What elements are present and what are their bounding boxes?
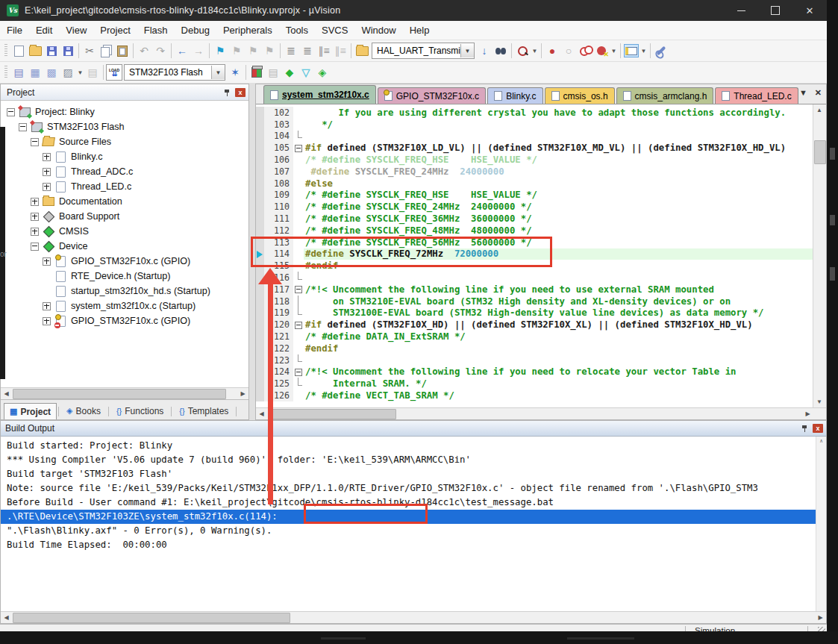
- find-next-icon[interactable]: ↓: [476, 43, 493, 59]
- navigate-forward-icon[interactable]: →: [190, 43, 207, 59]
- tree-item[interactable]: Blinky.c: [1, 149, 248, 164]
- code-line-113[interactable]: 113/* #define SYSCLK_FREQ_56MHz 56000000…: [256, 237, 813, 248]
- find-in-files-icon[interactable]: [354, 43, 370, 59]
- expander-minus-icon[interactable]: [7, 108, 15, 116]
- stop-build-icon[interactable]: ▤: [84, 64, 101, 81]
- expander-plus-icon[interactable]: [31, 213, 39, 221]
- open-folder-icon[interactable]: [27, 43, 43, 59]
- tree-item[interactable]: GPIO_STM32F10x.c (GPIO): [1, 254, 248, 269]
- close-panel-icon[interactable]: x: [235, 88, 246, 97]
- menu-help[interactable]: Help: [403, 22, 437, 38]
- indent-icon[interactable]: ≣: [283, 43, 299, 59]
- code-line-118[interactable]: 118 on STM3210E-EVAL board (STM32 High d…: [256, 296, 813, 307]
- tree-item[interactable]: Project: Blinky: [1, 104, 248, 119]
- editor-tab-cmsis_os.h[interactable]: cmsis_os.h: [545, 87, 615, 104]
- code-line-108[interactable]: 108#else: [256, 178, 813, 190]
- build-output-line[interactable]: Build Time Elapsed: 00:00:00: [1, 538, 826, 552]
- scroll-up-icon[interactable]: ▲: [813, 104, 825, 116]
- code-line-120[interactable]: 120#if defined (STM32F10X_HD) || (define…: [256, 319, 813, 331]
- menu-window[interactable]: Window: [354, 22, 402, 38]
- build-output-line-selected[interactable]: .\RTE\Device\STM32F103ZE\system_stm32f10…: [1, 510, 826, 524]
- configure-wrench-icon[interactable]: [653, 43, 669, 59]
- navigate-back-icon[interactable]: ←: [174, 43, 190, 59]
- tree-item[interactable]: STM32F103 Flash: [1, 119, 248, 134]
- new-file-icon[interactable]: [10, 43, 27, 59]
- close-panel-icon[interactable]: x: [813, 424, 823, 433]
- breakpoint-toggle-icon[interactable]: ●: [544, 43, 560, 59]
- bookmark-clear-icon[interactable]: ⚑: [261, 43, 278, 59]
- code-line-116[interactable]: 116: [256, 272, 813, 284]
- menu-peripherals[interactable]: Peripherals: [216, 22, 279, 38]
- pin-icon[interactable]: [801, 425, 807, 432]
- scroll-right-icon[interactable]: ▶: [815, 612, 826, 623]
- code-line-125[interactable]: 125 Internal SRAM. */: [256, 378, 813, 390]
- maximize-button[interactable]: [758, 0, 792, 21]
- outdent-icon[interactable]: ≣: [299, 43, 316, 59]
- menu-tools[interactable]: Tools: [279, 22, 315, 38]
- build-output-line[interactable]: Note: source file 'E:/keil_539/Packs/Kei…: [1, 481, 826, 495]
- batch-build-icon[interactable]: ▨: [60, 64, 76, 81]
- code-editor[interactable]: 102 If you are using different crystal y…: [256, 104, 813, 407]
- manage-components-cube-icon[interactable]: [248, 64, 265, 81]
- menu-view[interactable]: View: [59, 22, 93, 38]
- tree-item[interactable]: CMSIS: [1, 224, 248, 239]
- tree-item[interactable]: RTE_Device.h (Startup): [1, 269, 248, 284]
- menu-flash[interactable]: Flash: [137, 22, 175, 38]
- window-layout-icon[interactable]: [623, 43, 640, 59]
- rebuild-all-icon[interactable]: ▩: [43, 64, 60, 81]
- translate-file-icon[interactable]: ▤: [10, 64, 27, 81]
- code-line-104[interactable]: 104: [256, 131, 813, 143]
- project-horizontal-scrollbar[interactable]: ◀ ▶: [1, 387, 248, 399]
- code-line-110[interactable]: 110/* #define SYSCLK_FREQ_24MHz 24000000…: [256, 201, 813, 213]
- undo-icon[interactable]: ↶: [136, 43, 152, 59]
- expander-minus-icon[interactable]: [19, 123, 27, 131]
- menu-file[interactable]: File: [0, 22, 29, 38]
- editor-tab-Thread_LED.c[interactable]: Thread_LED.c: [715, 87, 798, 104]
- expander-plus-icon[interactable]: [31, 198, 39, 206]
- tree-item[interactable]: GPIO_STM32F10x.c (GPIO): [1, 313, 248, 328]
- tree-item[interactable]: Thread_LED.c: [1, 179, 248, 194]
- redo-icon[interactable]: ↷: [152, 43, 169, 59]
- editor-horizontal-scrollbar[interactable]: ◀ ▶: [256, 407, 826, 419]
- panel-tab-functions[interactable]: {}Functions: [110, 402, 169, 419]
- scroll-left-icon[interactable]: ◀: [1, 388, 12, 399]
- tree-item[interactable]: Board Support: [1, 209, 248, 224]
- pin-icon[interactable]: [224, 89, 230, 96]
- target-select-combobox[interactable]: STM32F103 Flash ▼: [124, 64, 225, 81]
- search-at-icon[interactable]: [514, 43, 531, 59]
- target-options-wand-icon[interactable]: ✶: [227, 64, 243, 81]
- chevron-down-icon[interactable]: ▼: [211, 66, 225, 79]
- scroll-down-icon[interactable]: ▼: [813, 396, 825, 407]
- chevron-down-icon[interactable]: ▼: [640, 43, 648, 59]
- menu-svcs[interactable]: SVCS: [315, 22, 354, 38]
- expander-plus-icon[interactable]: [43, 153, 51, 161]
- code-line-117[interactable]: 117/*!< Uncomment the following line if …: [256, 284, 813, 296]
- code-line-114[interactable]: 114#define SYSCLK_FREQ_72MHz 72000000: [256, 248, 813, 260]
- tree-item[interactable]: Thread_ADC.c: [1, 164, 248, 179]
- menu-edit[interactable]: Edit: [29, 22, 59, 38]
- build-output-line[interactable]: ".\Flash\Blinky.axf" - 0 Error(s), 0 War…: [1, 524, 826, 538]
- build-output-line[interactable]: Build target 'STM32F103 Flash': [1, 467, 826, 481]
- build-output-horizontal-scrollbar[interactable]: ◀ ▶: [1, 611, 826, 623]
- close-button[interactable]: ✕: [792, 0, 827, 21]
- tab-list-icon[interactable]: ▼: [799, 88, 807, 98]
- panel-splitter[interactable]: [249, 84, 255, 420]
- chevron-down-icon[interactable]: ▼: [460, 44, 474, 57]
- code-line-103[interactable]: 103 */: [256, 119, 813, 131]
- build-output-line[interactable]: *** Using Compiler 'V5.06 update 7 (buil…: [1, 453, 826, 467]
- editor-tab-GPIO_STM32F10x.c[interactable]: GPIO_STM32F10x.c: [378, 87, 486, 104]
- build-icon[interactable]: ▦: [27, 64, 43, 81]
- expander-minus-icon[interactable]: [31, 243, 39, 251]
- code-line-122[interactable]: 122#endif: [256, 343, 813, 354]
- expander-plus-icon[interactable]: [43, 302, 51, 310]
- code-line-107[interactable]: 107 #define SYSCLK_FREQ_24MHz 24000000: [256, 166, 813, 178]
- breakpoint-disable-icon[interactable]: ○: [560, 43, 577, 59]
- close-tab-icon[interactable]: ✕: [815, 88, 822, 98]
- minimize-button[interactable]: [724, 0, 758, 21]
- expander-plus-icon[interactable]: [43, 257, 51, 266]
- build-output-line[interactable]: Before Build - User command #1: E:\keil_…: [1, 495, 826, 510]
- code-line-111[interactable]: 111/* #define SYSCLK_FREQ_36MHz 36000000…: [256, 213, 813, 225]
- panel-tab-project[interactable]: ▦Project: [4, 403, 57, 419]
- editor-vertical-scrollbar[interactable]: ▲ ▼: [813, 104, 826, 407]
- bookmark-prev-icon[interactable]: ⚑: [228, 43, 245, 59]
